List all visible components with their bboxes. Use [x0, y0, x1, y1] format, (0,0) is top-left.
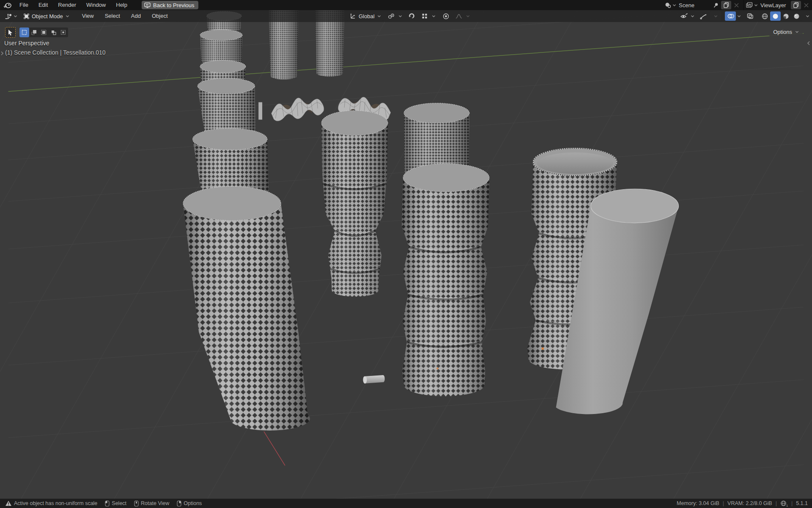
mode-dropdown[interactable]: Object Mode — [21, 11, 72, 21]
mouse-left-icon — [105, 500, 110, 507]
breadcrumb: (1) Scene Collection | Tessellation.010 — [5, 49, 106, 56]
options-button[interactable]: Options — [769, 27, 803, 37]
new-scene-button[interactable] — [721, 1, 731, 9]
material-preview-icon — [783, 13, 789, 19]
chevron-down-icon[interactable] — [737, 15, 741, 18]
menu-select[interactable]: Select — [99, 10, 126, 22]
scene-icon[interactable] — [665, 2, 672, 8]
shading-wireframe-button[interactable] — [760, 11, 770, 21]
chevron-down-icon — [66, 15, 69, 18]
chevron-down-icon[interactable] — [398, 15, 402, 18]
shading-material-button[interactable] — [781, 11, 791, 21]
proportional-editing-icon — [443, 13, 449, 19]
toolbar-expand-icon[interactable] — [0, 51, 4, 56]
orientation-global-icon — [350, 13, 356, 19]
shading-rendered-button[interactable] — [791, 11, 802, 21]
scene-canvas[interactable] — [0, 10, 812, 499]
proportional-falloff-button[interactable] — [453, 11, 464, 21]
object-mode-icon — [24, 14, 29, 19]
hint-select: Select — [112, 500, 126, 506]
select-mode-subtract-button[interactable] — [39, 28, 49, 37]
select-mode-group — [19, 28, 68, 37]
back-to-previous-button[interactable]: Back to Previous — [142, 1, 198, 9]
transform-orientation-dropdown[interactable]: Global — [347, 11, 384, 21]
view-perspective-label: User Perspective — [4, 40, 49, 47]
chevron-down-icon — [714, 15, 718, 18]
pin-icon — [713, 3, 719, 8]
menu-file[interactable]: File — [14, 0, 33, 10]
cursor-icon — [8, 29, 13, 36]
status-vram: VRAM: 2.2/8.0 GiB — [727, 500, 772, 506]
pivot-point-button[interactable] — [386, 11, 397, 21]
chevron-down-icon — [795, 30, 799, 33]
select-mode-invert-button[interactable] — [49, 28, 58, 37]
select-invert-icon — [51, 30, 56, 35]
menu-add[interactable]: Add — [126, 10, 146, 22]
shading-mode-group — [760, 11, 802, 21]
magnet-icon — [409, 13, 415, 19]
select-mode-extend-button[interactable] — [29, 28, 39, 37]
falloff-curve-icon — [455, 14, 462, 19]
blender-window: User Perspective (1) Scene Collection | … — [0, 0, 812, 508]
chevron-down-icon[interactable] — [806, 15, 809, 18]
visibility-eye-icon — [680, 13, 688, 19]
menu-help[interactable]: Help — [111, 0, 132, 10]
snap-toggle-button[interactable] — [406, 11, 417, 21]
chevron-down-icon[interactable] — [432, 15, 436, 18]
shading-solid-button[interactable] — [770, 11, 781, 21]
options-label: Options — [773, 29, 792, 35]
chevron-down-icon[interactable] — [672, 4, 676, 7]
tool-header — [5, 27, 68, 38]
scene-selector: Scene — [665, 0, 741, 10]
snap-target-button[interactable] — [419, 11, 430, 21]
pin-scene-button[interactable] — [711, 1, 721, 9]
network-icon[interactable]: 1 — [780, 500, 788, 507]
new-viewlayer-button[interactable] — [791, 1, 801, 9]
editor-3d-viewport-icon — [5, 13, 12, 19]
gizmos-dropdown[interactable] — [710, 11, 721, 21]
editor-type-button[interactable] — [3, 11, 14, 21]
close-icon — [804, 3, 809, 8]
delete-scene-button[interactable] — [731, 1, 741, 9]
rendered-shading-icon — [793, 13, 800, 19]
solid-shading-icon — [772, 13, 779, 19]
hint-options: Options — [184, 500, 202, 506]
status-warning: Active object has non-uniform scale — [14, 500, 97, 506]
menu-render[interactable]: Render — [53, 0, 81, 10]
select-intersect-icon — [60, 30, 66, 35]
status-memory: Memory: 3.04 GiB — [677, 500, 719, 506]
delete-viewlayer-button[interactable] — [801, 1, 811, 9]
mode-label: Object Mode — [32, 13, 63, 19]
proportional-editing-button[interactable] — [441, 11, 452, 21]
blender-logo-icon[interactable] — [0, 2, 14, 8]
warning-icon — [5, 500, 12, 506]
mouse-right-icon — [177, 500, 181, 507]
scene-name[interactable]: Scene — [676, 2, 711, 8]
menu-edit[interactable]: Edit — [33, 0, 53, 10]
chevron-down-icon[interactable] — [691, 15, 694, 18]
menu-view[interactable]: View — [77, 10, 99, 22]
chevron-down-icon — [377, 15, 381, 18]
overlays-icon — [727, 13, 734, 19]
viewlayer-icon[interactable] — [746, 2, 753, 8]
orientation-label: Global — [359, 13, 375, 19]
menu-window[interactable]: Window — [81, 0, 111, 10]
status-version: 5.1.1 — [796, 500, 808, 506]
object-visibility-button[interactable] — [678, 11, 689, 21]
overlays-toggle-button[interactable] — [725, 11, 736, 21]
copy-icon — [793, 2, 799, 8]
sidebar-expand-icon[interactable] — [807, 41, 810, 46]
viewport-3d[interactable]: User Perspective (1) Scene Collection | … — [0, 10, 812, 499]
select-mode-intersect-button[interactable] — [58, 28, 68, 37]
menu-object[interactable]: Object — [146, 10, 173, 22]
chevron-down-icon[interactable] — [14, 15, 17, 18]
select-tool-button[interactable] — [5, 27, 16, 38]
chevron-down-icon[interactable] — [754, 4, 758, 7]
viewlayer-name[interactable]: ViewLayer — [758, 2, 791, 8]
gizmo-icon — [700, 13, 707, 19]
select-extend-icon — [31, 30, 37, 35]
xray-toggle-button[interactable] — [745, 11, 756, 21]
gizmos-button[interactable] — [698, 11, 709, 21]
select-mode-set-button[interactable] — [19, 28, 29, 37]
xray-icon — [747, 13, 754, 19]
